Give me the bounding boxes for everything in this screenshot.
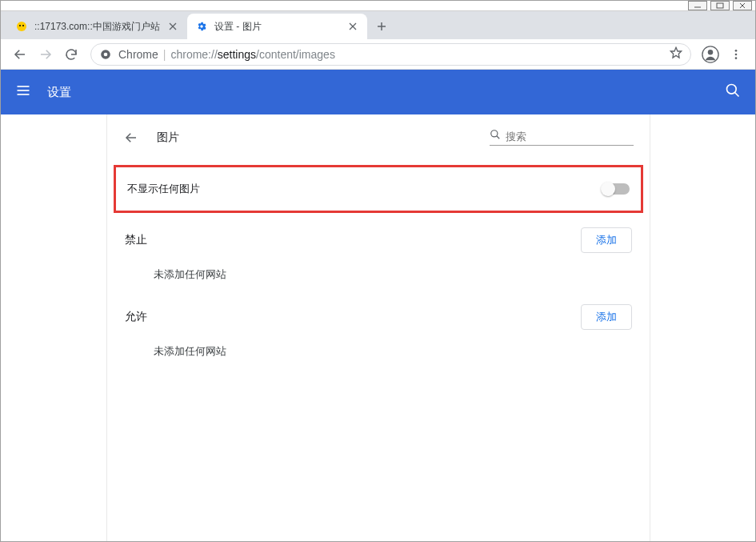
- tab-close-icon[interactable]: [346, 20, 359, 33]
- svg-point-21: [735, 53, 738, 55]
- card-header: 图片: [107, 129, 650, 157]
- account-button[interactable]: [698, 42, 723, 67]
- toggle-label: 不显示任何图片: [127, 182, 602, 196]
- new-tab-button[interactable]: [370, 15, 393, 38]
- kebab-menu-button[interactable]: [723, 42, 749, 67]
- header-search-icon[interactable]: [725, 82, 741, 102]
- reload-button[interactable]: [58, 42, 84, 67]
- settings-body: 图片 不显示任何图片 禁止 添加 未添加任何网站 允许: [1, 114, 755, 542]
- omnibox-sep: |: [163, 48, 166, 61]
- settings-title: 设置: [47, 85, 725, 100]
- svg-point-26: [727, 85, 737, 94]
- svg-point-4: [17, 22, 26, 31]
- tab-close-icon[interactable]: [166, 20, 179, 33]
- hamburger-menu-icon[interactable]: [15, 82, 31, 102]
- forward-button[interactable]: [33, 42, 58, 67]
- section-title-block: 禁止: [125, 233, 581, 247]
- favicon-17173: [15, 20, 28, 33]
- toolbar: Chrome | chrome://settings/content/image…: [1, 39, 755, 70]
- search-input[interactable]: [506, 130, 634, 143]
- images-toggle[interactable]: [602, 183, 630, 195]
- omnibox[interactable]: Chrome | chrome://settings/content/image…: [90, 43, 691, 66]
- window-close-button[interactable]: [733, 1, 752, 10]
- back-arrow-icon[interactable]: [123, 130, 139, 146]
- omnibox-path-suffix: /content/images: [256, 48, 335, 61]
- omnibox-path-strong: settings: [218, 48, 256, 61]
- omnibox-path-prefix: chrome://: [170, 48, 217, 61]
- images-toggle-row: 不显示任何图片: [114, 165, 643, 213]
- svg-point-20: [735, 50, 738, 52]
- in-page-search[interactable]: [490, 129, 634, 146]
- tabstrip: ::17173.com::中国游戏门户站 设置 - 图片: [1, 11, 755, 39]
- page-title: 图片: [157, 130, 179, 145]
- section-block: 禁止 添加 未添加任何网站: [107, 227, 650, 282]
- allow-empty-text: 未添加任何网站: [125, 344, 632, 359]
- window-maximize-button[interactable]: [710, 1, 730, 10]
- add-block-button[interactable]: 添加: [581, 227, 632, 253]
- svg-point-5: [19, 25, 21, 26]
- svg-point-6: [22, 25, 24, 26]
- block-empty-text: 未添加任何网站: [125, 267, 632, 282]
- tab-title: ::17173.com::中国游戏门户站: [34, 20, 166, 34]
- chrome-icon: [99, 48, 112, 61]
- svg-point-22: [735, 57, 738, 59]
- svg-line-27: [735, 93, 739, 97]
- svg-marker-17: [670, 47, 681, 58]
- add-allow-button[interactable]: 添加: [581, 304, 632, 330]
- section-title-allow: 允许: [125, 310, 581, 324]
- back-button[interactable]: [7, 42, 33, 67]
- settings-card: 图片 不显示任何图片 禁止 添加 未添加任何网站 允许: [106, 114, 650, 542]
- svg-line-30: [496, 136, 499, 139]
- settings-header: 设置: [1, 70, 755, 114]
- window-minimize-button[interactable]: [688, 1, 707, 10]
- svg-rect-1: [717, 3, 723, 8]
- search-icon: [490, 129, 501, 143]
- omnibox-host: Chrome: [118, 48, 158, 61]
- toggle-knob: [601, 182, 615, 196]
- section-allow: 允许 添加 未添加任何网站: [107, 304, 650, 359]
- tab-settings[interactable]: 设置 - 图片: [187, 14, 367, 39]
- window-titlebar: [1, 1, 755, 11]
- tab-17173[interactable]: ::17173.com::中国游戏门户站: [7, 14, 187, 39]
- svg-point-29: [490, 130, 497, 137]
- svg-point-19: [708, 50, 713, 54]
- gear-icon: [195, 20, 208, 33]
- tab-title: 设置 - 图片: [214, 20, 346, 34]
- svg-point-16: [104, 52, 108, 56]
- bookmark-star-icon[interactable]: [670, 46, 682, 62]
